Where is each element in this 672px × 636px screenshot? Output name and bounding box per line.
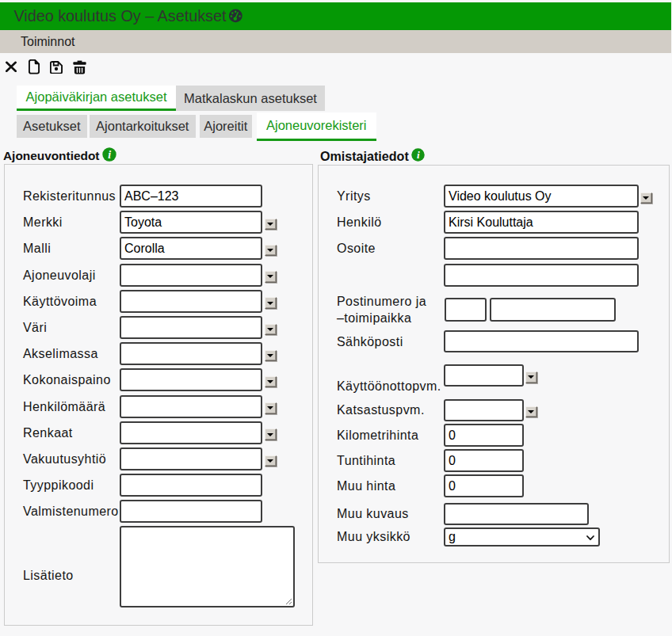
svg-text:i: i <box>417 149 420 161</box>
svg-text:i: i <box>108 149 111 161</box>
